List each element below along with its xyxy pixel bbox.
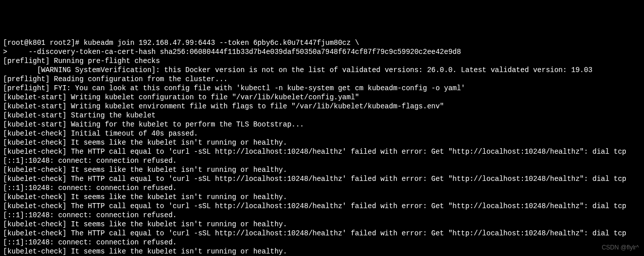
terminal-line: [kubelet-check] It seems like the kubele… (3, 247, 641, 256)
terminal-line: [kubelet-check] The HTTP call equal to '… (3, 229, 641, 247)
terminal-line: [kubelet-check] It seems like the kubele… (3, 165, 641, 174)
terminal-line: [kubelet-check] The HTTP call equal to '… (3, 174, 641, 193)
terminal-line: [kubelet-check] It seems like the kubele… (3, 193, 641, 202)
watermark-text: CSDN @flylr^ (602, 243, 639, 252)
terminal-line: [kubelet-start] Writing kubelet environm… (3, 102, 641, 111)
terminal-line: [kubelet-check] It seems like the kubele… (3, 138, 641, 147)
terminal-line: [kubelet-start] Starting the kubelet (3, 111, 641, 120)
terminal-line: [kubelet-check] It seems like the kubele… (3, 220, 641, 229)
terminal-line: [WARNING SystemVerification]: this Docke… (3, 66, 641, 75)
terminal-output[interactable]: [root@k801 root2]# kubeadm join 192.168.… (3, 38, 641, 256)
terminal-line: [kubelet-check] The HTTP call equal to '… (3, 202, 641, 220)
terminal-line: [preflight] FYI: You can look at this co… (3, 84, 641, 93)
terminal-line: [kubelet-start] Writing kubelet configur… (3, 93, 641, 102)
terminal-line: [preflight] Running pre-flight checks (3, 56, 641, 66)
terminal-line: [root@k801 root2]# kubeadm join 192.168.… (3, 38, 641, 47)
terminal-line: [preflight] Reading configuration from t… (3, 75, 641, 84)
terminal-line: [kubelet-check] The HTTP call equal to '… (3, 147, 641, 165)
terminal-line: [kubelet-start] Waiting for the kubelet … (3, 120, 641, 129)
terminal-line: [kubelet-check] Initial timeout of 40s p… (3, 129, 641, 138)
terminal-line: > --discovery-token-ca-cert-hash sha256:… (3, 47, 641, 56)
